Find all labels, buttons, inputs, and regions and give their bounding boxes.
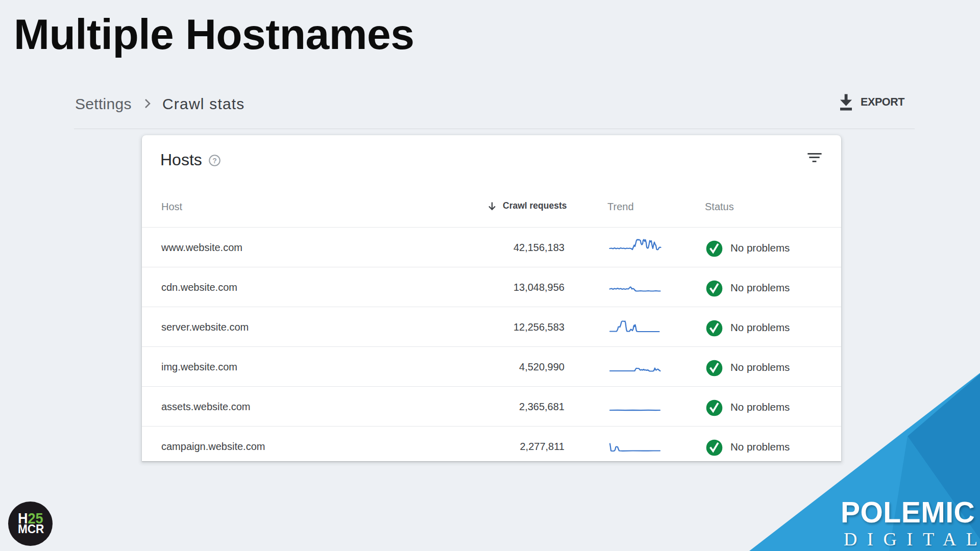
svg-text:?: ? (212, 157, 217, 165)
